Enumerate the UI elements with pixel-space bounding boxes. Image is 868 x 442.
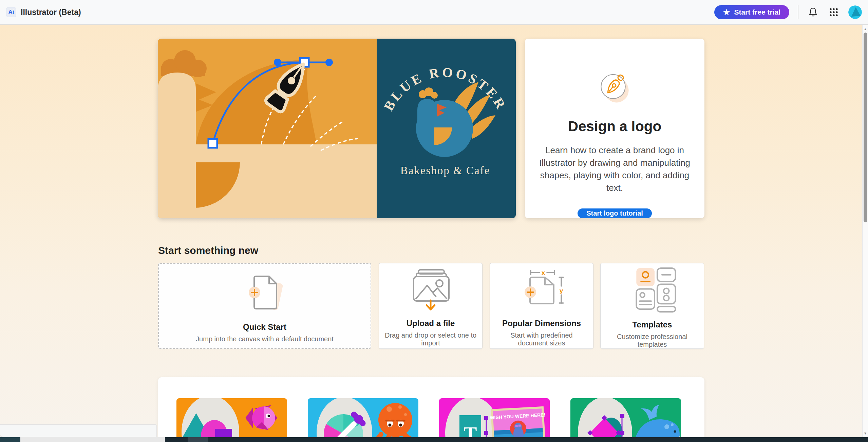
start-logo-tutorial-button[interactable]: Start logo tutorial <box>578 208 652 218</box>
card-subtitle: Start with predefined document sizes <box>495 332 588 347</box>
vertical-scrollbar[interactable]: ▲ ▼ <box>862 25 868 437</box>
design-card-description: Learn how to create a brand logo in Illu… <box>535 144 695 194</box>
quick-start-card[interactable]: Quick Start Jump into the canvas with a … <box>158 263 371 349</box>
design-card-title: Design a logo <box>568 118 661 135</box>
y-dimension-label: y <box>560 287 563 294</box>
image-upload-icon <box>403 265 458 313</box>
app-title: Illustrator (Beta) <box>21 8 81 17</box>
section-heading: Start something new <box>158 245 258 256</box>
hero-illustration-drawing <box>158 39 377 218</box>
taskbar-segment-light <box>20 437 165 442</box>
illustrator-app-icon[interactable]: Ai <box>6 7 16 17</box>
type-letter: T <box>464 423 477 437</box>
templates-card[interactable]: Templates Customize professional templat… <box>600 263 704 349</box>
upload-file-card[interactable]: Upload a file Drag and drop or select on… <box>379 263 483 349</box>
card-title: Templates <box>633 320 672 329</box>
dimensions-document-icon: x y <box>514 265 569 313</box>
user-avatar[interactable] <box>848 5 862 19</box>
bezier-handle-left <box>274 59 281 66</box>
postcard-artwork: WISH YOU WERE HERE! <box>489 406 547 437</box>
scroll-up-arrow-icon[interactable]: ▲ <box>863 27 868 31</box>
card-title: Quick Start <box>243 322 286 332</box>
taskbar-segment-highlight <box>188 437 208 442</box>
hero-illustration-logo: BLUE ROOSTER Bakeshop & Cafe <box>377 39 516 218</box>
star-icon: ★ <box>723 8 730 16</box>
anchor-point-bottom <box>208 139 217 148</box>
template-thumbnail-vector-whale[interactable] <box>570 398 681 437</box>
topbar-actions: ★ Start free trial <box>714 5 862 19</box>
app-icon-text: Ai <box>8 9 14 16</box>
hero-banner[interactable]: BLUE ROOSTER Bakeshop & Cafe <box>158 39 516 218</box>
card-subtitle: Customize professional templates <box>605 333 699 348</box>
pen-tool-icon <box>593 73 637 104</box>
template-thumbnail-shapes-fish[interactable] <box>176 398 287 437</box>
start-free-trial-button[interactable]: ★ Start free trial <box>714 5 789 19</box>
document-plus-icon <box>239 269 290 316</box>
taskbar-segment <box>0 437 20 442</box>
main-content: BLUE ROOSTER Bakeshop & Cafe <box>0 25 862 437</box>
card-subtitle: Drag and drop or select one to import <box>384 332 477 347</box>
topbar-divider <box>798 5 798 19</box>
notifications-bell-icon[interactable] <box>807 6 819 18</box>
template-thumbnail-color-wheel-octopus[interactable] <box>308 398 418 437</box>
card-title: Upload a file <box>407 319 455 328</box>
scrollbar-thumb[interactable] <box>864 33 867 222</box>
design-logo-card: Design a logo Learn how to create a bran… <box>525 39 704 218</box>
card-title: Popular Dimensions <box>502 319 581 328</box>
card-subtitle: Jump into the canvas with a default docu… <box>196 335 334 343</box>
popular-dimensions-card[interactable]: x y Popular Dimensions Start with predef… <box>490 263 593 349</box>
templates-panel: T <box>158 377 704 437</box>
template-grid-icon <box>627 263 678 314</box>
status-bubble <box>0 424 157 437</box>
brand-tagline-text: Bakeshop & Cafe <box>400 164 490 177</box>
template-thumbnail-type-postcard[interactable]: T <box>439 398 550 437</box>
bezier-handle-right <box>325 59 333 66</box>
start-free-trial-label: Start free trial <box>734 8 780 16</box>
scroll-down-arrow-icon[interactable]: ▼ <box>863 431 868 435</box>
apps-grid-icon[interactable] <box>828 6 840 18</box>
x-dimension-label: x <box>542 269 545 276</box>
taskbar-sliver <box>0 437 868 442</box>
topbar: Ai Illustrator (Beta) ★ Start free trial <box>0 0 868 25</box>
